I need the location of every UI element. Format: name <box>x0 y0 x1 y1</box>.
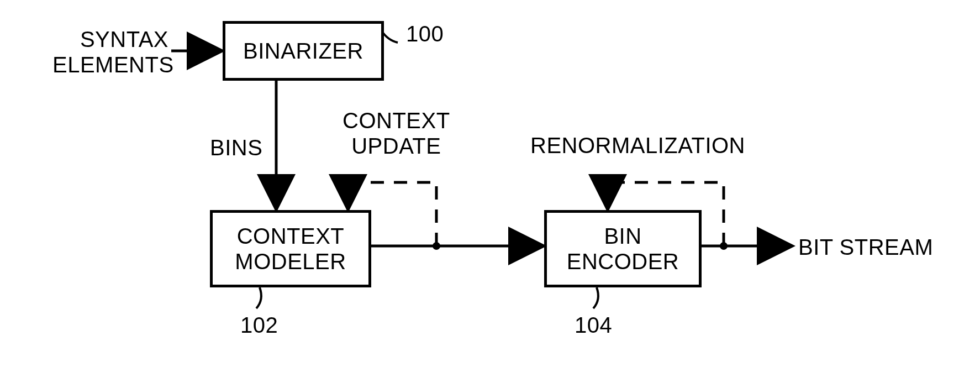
bin-encoder-label: BIN ENCODER <box>567 223 679 274</box>
binarizer-block: BINARIZER <box>223 21 384 81</box>
svg-point-5 <box>720 242 728 250</box>
svg-point-3 <box>433 242 440 250</box>
diagram-stage: BINARIZER 100 CONTEXT MODELER 102 BIN EN… <box>0 0 980 388</box>
context-modeler-label: CONTEXT MODELER <box>235 223 346 274</box>
context-modeler-block: CONTEXT MODELER <box>210 210 371 287</box>
bin-encoder-ref: 104 <box>575 312 612 338</box>
renorm-label: RENORMALIZATION <box>530 133 745 158</box>
context-modeler-ref: 102 <box>240 312 278 338</box>
input-label: SYNTAX ELEMENTS <box>52 27 168 77</box>
bin-encoder-block: BIN ENCODER <box>544 210 702 287</box>
bins-label: BINS <box>210 135 262 160</box>
binarizer-label: BINARIZER <box>243 38 363 64</box>
output-label: BIT STREAM <box>798 234 933 260</box>
binarizer-ref: 100 <box>406 21 444 46</box>
context-update-label: CONTEXT UPDATE <box>343 108 450 159</box>
